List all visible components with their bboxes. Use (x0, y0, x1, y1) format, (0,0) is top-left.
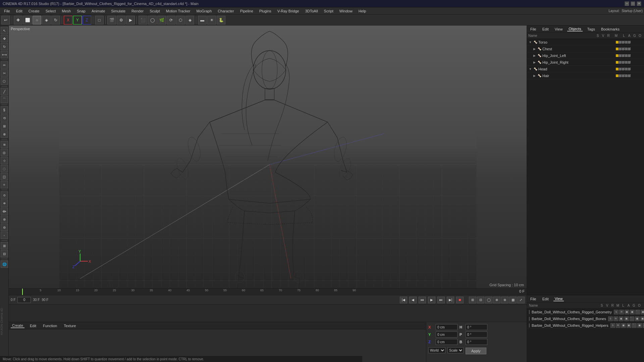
left-line[interactable]: ╱ (1, 88, 8, 95)
bones-box5[interactable]: ▣ (640, 316, 644, 321)
menu-file[interactable]: File (1, 8, 13, 14)
menu-render[interactable]: Render (129, 8, 146, 14)
floor-obj[interactable]: ▬ (198, 16, 207, 24)
menu-mograph[interactable]: MoGraph (194, 8, 214, 14)
minimize-button[interactable]: ─ (625, 1, 629, 6)
menu-sculpt[interactable]: Sculpt (147, 8, 163, 14)
hip-right-expand[interactable]: ▶ (532, 60, 536, 64)
br-tab-view[interactable]: View (553, 297, 564, 301)
menu-help[interactable]: Help (356, 8, 369, 14)
spline-obj[interactable]: 🌿 (157, 16, 166, 24)
goto-end-button[interactable]: ▶| (447, 297, 454, 303)
br-item-helpers[interactable]: Barbie_Doll_Without_Clothes_Rigged_Helpe… (527, 322, 644, 329)
left-s15[interactable]: ⊜ (1, 224, 8, 231)
rotate-button[interactable]: ↻ (51, 16, 60, 24)
obj-hip-left[interactable]: ▶ 🦴 Hip_Joint_Left (527, 52, 644, 59)
hip-left-expand[interactable]: ▶ (532, 54, 536, 58)
geo-r-icon[interactable]: R (619, 310, 624, 314)
br-item-bones[interactable]: Barbie_Doll_Without_Clothes_Rigged_Bones… (527, 315, 644, 322)
geo-box1[interactable]: ▣ (625, 310, 629, 314)
anim-tab-create[interactable]: Create (11, 323, 24, 328)
menu-select[interactable]: Select (43, 8, 59, 14)
obj-head[interactable]: ▼ 🦴 Head (527, 66, 644, 72)
bones-s-icon[interactable]: S (608, 316, 613, 321)
hair-expand[interactable]: ▶ (532, 74, 536, 78)
left-scale[interactable]: ⟷ (1, 51, 8, 58)
left-s5[interactable]: ≋ (1, 141, 8, 148)
left-layers[interactable]: ⊞ (1, 242, 8, 249)
deform-obj[interactable]: ⟳ (167, 16, 175, 24)
tl-tool-2[interactable]: ⊟ (477, 297, 484, 303)
play-button[interactable]: ▶ (428, 297, 435, 303)
left-s3[interactable]: ⊞ (1, 122, 8, 130)
viewport-3d[interactable]: Perspective (9, 25, 527, 288)
x-axis-button[interactable]: X (64, 16, 72, 24)
x-input[interactable] (436, 324, 458, 330)
prev-frame-button[interactable]: ⏮ (419, 297, 426, 303)
bones-r-icon[interactable]: R (613, 316, 618, 321)
menu-snap[interactable]: Snap (74, 8, 88, 14)
bones-box3[interactable]: ⬛ (630, 316, 634, 321)
left-s8[interactable]: ◌ (1, 165, 8, 172)
sky-obj[interactable]: ☀ (207, 16, 216, 24)
left-s14[interactable]: ⊛ (1, 216, 8, 223)
panel-tab-objects[interactable]: Objects (567, 27, 582, 32)
panel-tab-bookmarks[interactable]: Bookmarks (600, 27, 621, 31)
bones-box4[interactable]: ▣ (635, 316, 640, 321)
menu-edit[interactable]: Edit (13, 8, 25, 14)
geo-box2[interactable]: ▣ (630, 310, 635, 314)
left-world[interactable]: 🌐 (1, 260, 8, 268)
tl-tool-1[interactable]: ⊞ (469, 297, 476, 303)
tl-tool-4[interactable]: ⊕ (493, 297, 500, 303)
window-controls[interactable]: ─ □ ✕ (625, 1, 641, 6)
shader-obj[interactable]: ◈ (185, 16, 194, 24)
play-reverse-button[interactable]: ◀ (409, 297, 417, 303)
p-input[interactable] (466, 331, 487, 338)
select-button[interactable]: ⬜ (23, 16, 32, 24)
helpers-box3[interactable]: ⬛ (632, 323, 637, 328)
menu-3dtoall[interactable]: 3DToAll (303, 8, 321, 14)
menu-pipeline[interactable]: Pipeline (237, 8, 256, 14)
left-s12[interactable]: ≑ (1, 199, 8, 207)
left-bezier[interactable]: ⌒ (1, 96, 8, 103)
left-move[interactable]: ✥ (1, 35, 8, 42)
anim-tab-texture[interactable]: Texture (62, 324, 77, 328)
menu-script[interactable]: Script (321, 8, 336, 14)
move-button[interactable]: ✚ (14, 16, 22, 24)
br-item-geometry[interactable]: Barbie_Doll_Without_Clothes_Rigged_Geome… (527, 309, 644, 315)
python-obj[interactable]: 🐍 (217, 16, 225, 24)
tl-tool-6[interactable]: ▦ (509, 297, 517, 303)
h-input[interactable] (466, 324, 487, 330)
model-mode[interactable]: □ (95, 16, 104, 24)
obj-hip-right[interactable]: ▶ 🦴 Hip_Joint_Right (527, 59, 644, 66)
maximize-button[interactable]: □ (631, 1, 635, 6)
obj-torso[interactable]: ▼ 🦴 Torso (527, 39, 644, 46)
timeline-frame-input[interactable] (17, 297, 31, 303)
obj-chest[interactable]: ▶ 🦴 Chest (527, 46, 644, 52)
obj-hair[interactable]: ▶ 🦴 Hair (527, 72, 644, 79)
z-input[interactable] (436, 339, 458, 345)
apply-button[interactable]: Apply (466, 348, 486, 354)
left-pointer[interactable]: ↖ (1, 27, 8, 34)
left-s7[interactable]: ⊹ (1, 157, 8, 164)
helpers-s-icon[interactable]: S (610, 323, 615, 328)
menu-animate[interactable]: Animate (89, 8, 108, 14)
next-frame-button[interactable]: ⏭ (437, 297, 445, 303)
br-tab-file[interactable]: File (529, 297, 538, 301)
y-input[interactable] (436, 331, 458, 338)
record-button[interactable]: ⏺ (456, 297, 464, 303)
panel-tab-tags[interactable]: Tags (586, 27, 596, 31)
tl-tool-5[interactable]: ⊗ (501, 297, 508, 303)
helpers-box2[interactable]: ▣ (627, 323, 631, 328)
bones-box2[interactable]: ▣ (624, 316, 629, 321)
viewport-container[interactable]: View Cameras Display Options Filter Pane… (9, 25, 527, 288)
scale-mode-select[interactable]: Scale (447, 347, 464, 353)
left-s18[interactable]: ⊟ (1, 250, 8, 257)
z-axis-button[interactable]: Z (83, 16, 91, 24)
y-axis-button[interactable]: Y (73, 16, 82, 24)
menu-plugins[interactable]: Plugins (257, 8, 274, 14)
left-s10[interactable]: ⟡ (1, 181, 8, 188)
panel-tab-file[interactable]: File (529, 27, 538, 31)
panel-tab-edit[interactable]: Edit (541, 27, 550, 31)
geo-box4[interactable]: ▣ (641, 310, 644, 314)
